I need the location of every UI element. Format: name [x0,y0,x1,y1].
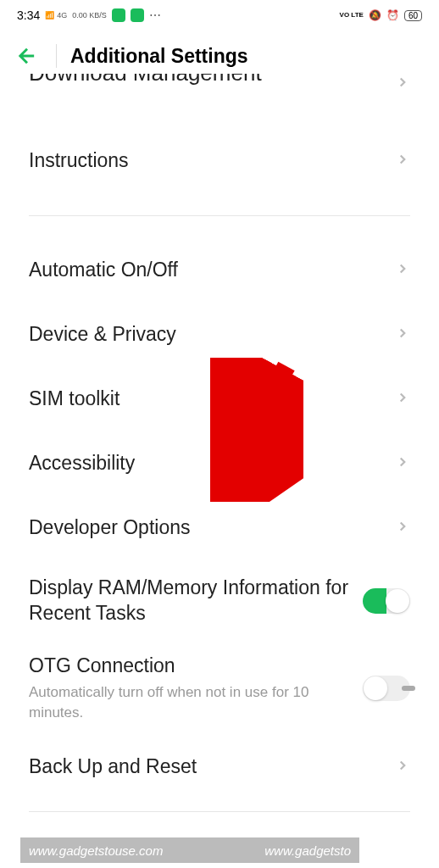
status-time: 3:34 [17,8,40,22]
watermark-right: www.gadgetsto [264,843,351,858]
header-divider [56,44,57,68]
volte-icon: VO LTE [340,12,364,19]
item-label: Device & Privacy [29,322,385,348]
settings-item-device-privacy[interactable]: Device & Privacy [29,303,410,367]
status-left: 3:34 📶4G 0.00 KB/S ⋯ [17,8,162,22]
item-sublabel: Automatically turn off when not in use f… [29,682,353,723]
settings-item-otg[interactable]: OTG Connection Automatically turn off wh… [29,642,410,735]
settings-list: Instructions Automatic On/Off Device & P… [0,103,439,812]
app-icon-1 [112,8,125,22]
back-arrow-icon [15,44,39,68]
toggle-display-ram[interactable] [363,588,410,614]
settings-item-download[interactable]: Download Management [0,74,439,103]
status-right: VO LTE 🔕 ⏰ 60 [340,9,422,21]
chevron-right-icon [395,454,410,473]
settings-item-developer-options[interactable]: Developer Options [29,496,410,560]
item-label: OTG Connection [29,654,353,679]
item-label: Accessibility [29,451,385,476]
chevron-right-icon [395,519,410,537]
section-divider [29,811,410,812]
item-label: Back Up and Reset [29,754,385,780]
watermark-left: www.gadgetstouse.com [29,843,163,858]
more-icon: ⋯ [149,8,162,22]
section-divider [29,215,410,216]
chevron-right-icon [395,758,410,776]
settings-item-auto-onoff[interactable]: Automatic On/Off [29,238,410,303]
toggle-knob [364,676,387,700]
chevron-right-icon [395,390,410,409]
chevron-right-icon [395,74,410,96]
chevron-right-icon [395,326,410,344]
settings-item-accessibility[interactable]: Accessibility [29,431,410,496]
signal-icon: 📶4G [45,11,67,19]
toggle-bar [402,686,415,691]
settings-item-display-ram[interactable]: Display RAM/Memory Information for Recen… [29,560,410,642]
settings-item-backup-reset[interactable]: Back Up and Reset [29,735,410,799]
item-label: Developer Options [29,515,385,541]
settings-item-instructions[interactable]: Instructions [29,129,410,193]
item-label: Automatic On/Off [29,258,385,283]
app-icon-2 [131,8,144,22]
network-speed: 0.00 KB/S [72,11,107,19]
toggle-knob [386,589,409,613]
item-label: SIM toolkit [29,387,385,412]
settings-item-sim-toolkit[interactable]: SIM toolkit [29,367,410,431]
item-label: Download Management [29,74,262,86]
page-title: Additional Settings [70,45,248,68]
alarm-icon: ⏰ [386,9,399,21]
battery-icon: 60 [404,10,422,21]
item-label: Display RAM/Memory Information for Recen… [29,576,353,626]
chevron-right-icon [395,152,410,170]
status-bar: 3:34 📶4G 0.00 KB/S ⋯ VO LTE 🔕 ⏰ 60 [0,0,439,31]
watermark: www.gadgetstouse.com www.gadgetsto [20,837,359,863]
mute-icon: 🔕 [369,9,381,21]
chevron-right-icon [395,261,410,280]
item-label: Instructions [29,148,385,174]
toggle-otg[interactable] [363,676,410,701]
back-button[interactable] [12,41,42,71]
